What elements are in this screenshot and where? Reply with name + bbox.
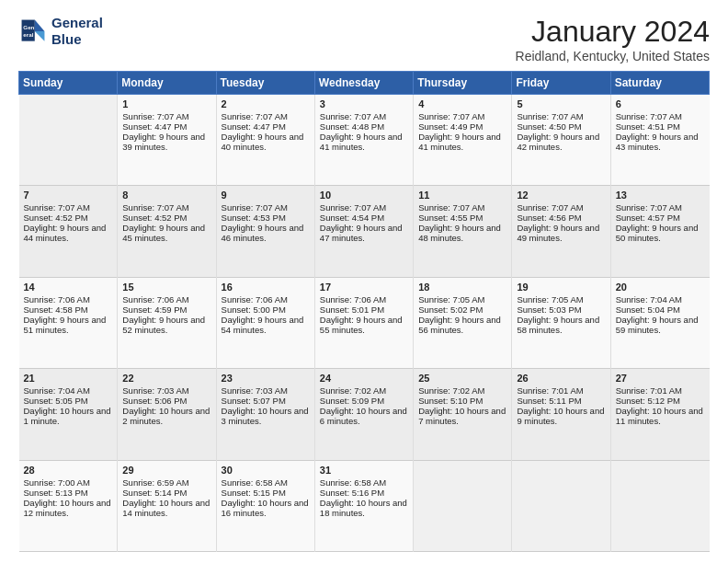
svg-text:Gen: Gen [23, 24, 34, 30]
daylight-text: Daylight: 9 hours and 43 minutes. [616, 132, 699, 152]
day-number: 25 [418, 373, 507, 384]
week-row-4: 21 Sunrise: 7:04 AM Sunset: 5:05 PM Dayl… [19, 369, 710, 460]
sunset-text: Sunset: 4:48 PM [320, 121, 384, 132]
daylight-text: Daylight: 10 hours and 18 minutes. [320, 498, 407, 518]
logo-text: General Blue [51, 15, 103, 48]
sunset-text: Sunset: 4:52 PM [24, 213, 88, 223]
weekday-header-sunday: Sunday [19, 72, 118, 95]
calendar-cell: 15 Sunrise: 7:06 AM Sunset: 4:59 PM Dayl… [118, 277, 216, 368]
sunset-text: Sunset: 5:05 PM [24, 396, 88, 406]
sunrise-text: Sunrise: 7:01 AM [517, 385, 583, 396]
week-row-2: 7 Sunrise: 7:07 AM Sunset: 4:52 PM Dayli… [19, 186, 710, 277]
day-number: 4 [418, 98, 507, 109]
calendar-cell [414, 460, 512, 551]
daylight-text: Daylight: 9 hours and 55 minutes. [320, 315, 403, 335]
calendar-cell: 24 Sunrise: 7:02 AM Sunset: 5:09 PM Dayl… [314, 369, 413, 460]
calendar-cell: 4 Sunrise: 7:07 AM Sunset: 4:49 PM Dayli… [414, 95, 512, 186]
day-number: 22 [122, 373, 211, 384]
day-number: 27 [616, 373, 706, 384]
week-row-5: 28 Sunrise: 7:00 AM Sunset: 5:13 PM Dayl… [19, 460, 710, 551]
sunrise-text: Sunrise: 7:03 AM [222, 385, 288, 396]
sunrise-text: Sunrise: 7:02 AM [418, 385, 484, 396]
daylight-text: Daylight: 9 hours and 56 minutes. [418, 315, 501, 335]
calendar-cell: 8 Sunrise: 7:07 AM Sunset: 4:52 PM Dayli… [118, 186, 216, 277]
calendar-cell: 12 Sunrise: 7:07 AM Sunset: 4:56 PM Dayl… [512, 186, 610, 277]
daylight-text: Daylight: 9 hours and 49 minutes. [517, 223, 599, 243]
day-number: 14 [24, 282, 114, 293]
day-number: 15 [122, 282, 211, 293]
calendar-cell: 31 Sunrise: 6:58 AM Sunset: 5:16 PM Dayl… [314, 460, 413, 551]
sunset-text: Sunset: 5:14 PM [122, 488, 187, 498]
sunset-text: Sunset: 5:15 PM [222, 488, 286, 498]
sunset-text: Sunset: 4:58 PM [24, 304, 88, 315]
weekday-header-thursday: Thursday [414, 72, 512, 95]
sunset-text: Sunset: 5:13 PM [24, 488, 88, 498]
sunrise-text: Sunrise: 7:06 AM [222, 294, 288, 304]
sunset-text: Sunset: 5:02 PM [418, 304, 483, 315]
daylight-text: Daylight: 10 hours and 9 minutes. [517, 406, 604, 426]
calendar-cell [19, 95, 118, 186]
sunrise-text: Sunrise: 7:07 AM [222, 202, 288, 213]
sunrise-text: Sunrise: 7:04 AM [24, 385, 90, 396]
daylight-text: Daylight: 9 hours and 45 minutes. [122, 223, 205, 243]
calendar-page: Gen eral General Blue January 2024 Reidl… [0, 0, 728, 563]
daylight-text: Daylight: 9 hours and 41 minutes. [320, 132, 403, 152]
calendar-table: SundayMondayTuesdayWednesdayThursdayFrid… [18, 71, 710, 552]
sunrise-text: Sunrise: 7:05 AM [418, 294, 484, 304]
day-number: 10 [320, 190, 409, 201]
logo: Gen eral General Blue [18, 15, 103, 48]
sunrise-text: Sunrise: 7:00 AM [24, 477, 90, 488]
sunrise-text: Sunrise: 7:03 AM [122, 385, 188, 396]
sunrise-text: Sunrise: 7:07 AM [320, 202, 386, 213]
weekday-header-monday: Monday [118, 72, 216, 95]
day-number: 18 [418, 282, 507, 293]
calendar-cell: 27 Sunrise: 7:01 AM Sunset: 5:12 PM Dayl… [610, 369, 709, 460]
header: Gen eral General Blue January 2024 Reidl… [18, 15, 710, 63]
day-number: 28 [24, 465, 114, 476]
day-number: 24 [320, 373, 409, 384]
daylight-text: Daylight: 9 hours and 50 minutes. [616, 223, 699, 243]
daylight-text: Daylight: 10 hours and 16 minutes. [222, 498, 309, 518]
logo-icon: Gen eral [18, 17, 48, 46]
day-number: 30 [222, 465, 311, 476]
sunrise-text: Sunrise: 7:06 AM [122, 294, 188, 304]
sunset-text: Sunset: 4:52 PM [122, 213, 187, 223]
weekday-header-row: SundayMondayTuesdayWednesdayThursdayFrid… [19, 72, 710, 95]
calendar-cell: 13 Sunrise: 7:07 AM Sunset: 4:57 PM Dayl… [610, 186, 709, 277]
sunset-text: Sunset: 4:54 PM [320, 213, 384, 223]
sunset-text: Sunset: 5:16 PM [320, 488, 384, 498]
daylight-text: Daylight: 10 hours and 1 minute. [24, 406, 111, 426]
calendar-cell: 28 Sunrise: 7:00 AM Sunset: 5:13 PM Dayl… [19, 460, 118, 551]
calendar-cell: 6 Sunrise: 7:07 AM Sunset: 4:51 PM Dayli… [610, 95, 709, 186]
sunrise-text: Sunrise: 7:07 AM [320, 111, 386, 121]
day-number: 13 [616, 190, 706, 201]
calendar-cell: 19 Sunrise: 7:05 AM Sunset: 5:03 PM Dayl… [512, 277, 610, 368]
daylight-text: Daylight: 9 hours and 47 minutes. [320, 223, 403, 243]
sunrise-text: Sunrise: 7:05 AM [517, 294, 583, 304]
location: Reidland, Kentucky, United States [516, 49, 710, 63]
day-number: 16 [222, 282, 311, 293]
sunrise-text: Sunrise: 7:07 AM [517, 202, 583, 213]
svg-marker-0 [35, 20, 45, 31]
daylight-text: Daylight: 10 hours and 14 minutes. [122, 498, 210, 518]
day-number: 8 [122, 190, 211, 201]
daylight-text: Daylight: 9 hours and 39 minutes. [122, 132, 205, 152]
calendar-cell [610, 460, 709, 551]
calendar-cell: 16 Sunrise: 7:06 AM Sunset: 5:00 PM Dayl… [216, 277, 314, 368]
week-row-3: 14 Sunrise: 7:06 AM Sunset: 4:58 PM Dayl… [19, 277, 710, 368]
daylight-text: Daylight: 9 hours and 44 minutes. [24, 223, 107, 243]
sunset-text: Sunset: 5:12 PM [616, 396, 680, 406]
sunset-text: Sunset: 4:47 PM [222, 121, 286, 132]
daylight-text: Daylight: 9 hours and 54 minutes. [222, 315, 304, 335]
calendar-cell: 10 Sunrise: 7:07 AM Sunset: 4:54 PM Dayl… [314, 186, 413, 277]
day-number: 1 [122, 98, 211, 109]
calendar-cell: 25 Sunrise: 7:02 AM Sunset: 5:10 PM Dayl… [414, 369, 512, 460]
sunset-text: Sunset: 4:55 PM [418, 213, 483, 223]
daylight-text: Daylight: 9 hours and 40 minutes. [222, 132, 304, 152]
logo-line1: General [51, 15, 103, 30]
sunrise-text: Sunrise: 7:06 AM [24, 294, 90, 304]
daylight-text: Daylight: 10 hours and 2 minutes. [122, 406, 210, 426]
sunset-text: Sunset: 4:59 PM [122, 304, 187, 315]
calendar-cell: 22 Sunrise: 7:03 AM Sunset: 5:06 PM Dayl… [118, 369, 216, 460]
daylight-text: Daylight: 10 hours and 11 minutes. [616, 406, 703, 426]
